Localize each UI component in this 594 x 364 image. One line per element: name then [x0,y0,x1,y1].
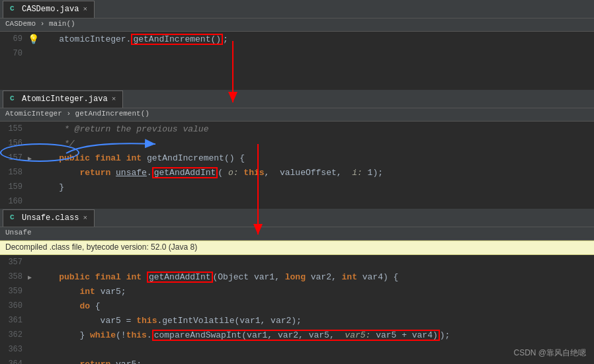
atomic-line-157: 157 ▶ public final int getAndIncrement()… [0,151,594,165]
cas-tab-label: CASDemo.java [22,5,79,14]
cas-tab[interactable]: C CASDemo.java × [3,1,95,18]
code-text: do { [38,301,594,311]
atomic-tab-label: AtomicInteger.java [22,94,108,104]
cas-file-icon: C [10,5,19,14]
code-text: } [38,182,594,192]
atomic-breadcrumb: AtomicInteger › getAndIncrement() [0,108,594,122]
unsafe-line-362: 362 } while(!this.compareAndSwapInt(var1… [0,328,594,342]
gutter: 💡 [28,34,38,45]
cas-tab-close[interactable]: × [83,5,87,13]
cas-tab-bar: C CASDemo.java × [0,0,594,18]
code-text: public final int getAndIncrement() { [38,153,594,163]
line-number: 159 [0,182,28,192]
line-number: 364 [0,359,28,364]
line-number: 155 [0,124,28,133]
code-text: */ [38,139,594,149]
unsafe-file-icon: C [10,213,19,223]
gutter: ▶ [28,272,38,282]
atomic-tab-bar: C AtomicInteger.java × [0,90,594,108]
unsafe-tab-bar: C Unsafe.class × [0,209,594,227]
atomic-tab-close[interactable]: × [112,95,116,103]
atomic-line-159: 159 } [0,180,594,194]
unsafe-code-panel: 357 358 ▶ public final int getAndAddInt(… [0,255,594,364]
line-number: 361 [0,316,28,325]
atomic-tab[interactable]: C AtomicInteger.java × [3,91,123,108]
cas-breadcrumb: CASDemo › main() [0,18,594,32]
unsafe-line-357: 357 [0,255,594,270]
line-number: 359 [0,287,28,296]
unsafe-line-364: 364 return var5; [0,357,594,364]
code-text: return var5; [38,359,594,365]
atomic-code-panel: 155 * @return the previous value 156 */ … [0,122,594,209]
line-number: 160 [0,197,28,206]
code-text: int var5; [38,287,594,297]
unsafe-line-360: 360 do { [0,299,594,313]
atomic-line-156: 156 */ [0,136,594,151]
unsafe-tab-close[interactable]: × [83,214,87,222]
atomic-line-158: 158 return unsafe.getAndAddInt( o: this,… [0,165,594,180]
code-text: atomicInteger.getAndIncrement(); [38,34,594,45]
line-number: 362 [0,330,28,340]
code-text: var5 = this.getIntVolatile(var1, var2); [38,316,594,326]
cas-line-70: 70 [0,46,594,61]
line-number: 363 [0,345,28,354]
unsafe-line-359: 359 int var5; [0,284,594,299]
line-number: 156 [0,139,28,148]
line-number: 358 [0,272,28,281]
line-number: 360 [0,301,28,310]
unsafe-line-361: 361 var5 = this.getIntVolatile(var1, var… [0,313,594,328]
info-bar: Decompiled .class file, bytecode version… [0,240,594,255]
cas-line-69: 69 💡 atomicInteger.getAndIncrement(); [0,32,594,46]
line-number: 357 [0,258,28,267]
atomic-line-160: 160 [0,194,594,209]
code-text: public final int getAndAddInt(Object var… [38,272,594,283]
watermark: CSDN @靠风自绝嗯 [513,347,586,359]
atomic-file-icon: C [10,94,19,104]
gutter: ▶ [28,153,38,163]
unsafe-tab-label: Unsafe.class [22,213,79,223]
unsafe-line-363: 363 [0,342,594,357]
code-text: * @return the previous value [38,124,594,134]
unsafe-line-358: 358 ▶ public final int getAndAddInt(Obje… [0,270,594,284]
line-number: 158 [0,168,28,177]
line-number: 70 [0,49,28,58]
cas-code-panel: 69 💡 atomicInteger.getAndIncrement(); 70 [0,32,594,90]
atomic-line-155: 155 * @return the previous value [0,122,594,136]
code-text: return unsafe.getAndAddInt( o: this, val… [38,167,594,178]
unsafe-tab[interactable]: C Unsafe.class × [3,209,95,227]
code-text: } while(!this.compareAndSwapInt(var1, va… [38,330,594,341]
line-number: 69 [0,34,28,44]
unsafe-breadcrumb: Unsafe [0,227,594,240]
line-number: 157 [0,153,28,163]
